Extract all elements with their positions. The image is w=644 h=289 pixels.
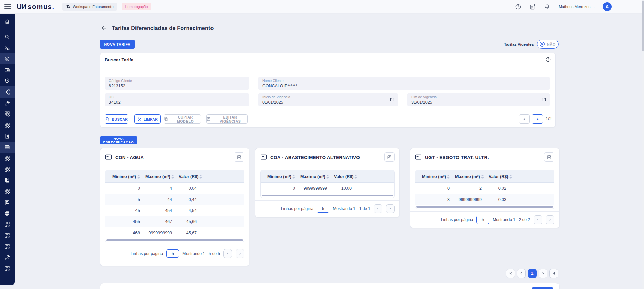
table-prev-page-button[interactable]: [223, 249, 232, 258]
sidebar-item-grid-1[interactable]: [0, 109, 15, 120]
horizontal-scrollbar[interactable]: [262, 195, 393, 196]
column-header-minimo[interactable]: Mínimo (m³): [267, 174, 300, 179]
edit-spec-button[interactable]: [234, 152, 244, 162]
column-header-minimo[interactable]: Mínimo (m³): [422, 174, 455, 179]
edit-spec-button[interactable]: [384, 152, 395, 162]
table-next-page-button[interactable]: [386, 204, 395, 213]
chevron-left-icon: [377, 207, 379, 210]
sidebar-item-billing[interactable]: [0, 53, 15, 64]
sidebar-item-wallet[interactable]: [0, 64, 15, 76]
sidebar-item-hierarchy[interactable]: [0, 86, 15, 98]
hamburger-menu-icon[interactable]: [4, 4, 11, 9]
sidebar-item-chat[interactable]: [0, 197, 15, 208]
calendar-icon[interactable]: [541, 97, 546, 102]
grid-icon: [4, 111, 10, 117]
nova-tarifa-button[interactable]: NOVA TARIFA: [100, 40, 135, 49]
info-icon[interactable]: [545, 57, 551, 62]
field-value: 31/01/2025: [411, 100, 546, 105]
column-header-minimo[interactable]: Mínimo (m³): [112, 174, 145, 179]
sidebar-item-gavel[interactable]: [0, 98, 15, 109]
help-icon[interactable]: [515, 4, 521, 10]
sidebar-item-invoice[interactable]: [0, 131, 15, 142]
sidebar-item-printer[interactable]: [0, 208, 15, 219]
somus-logo: UИ somus .: [17, 2, 54, 11]
last-page-icon: [552, 271, 556, 275]
table-next-page-button[interactable]: [546, 215, 554, 224]
sidebar-item-tariff-card[interactable]: [0, 142, 15, 153]
next-page-button[interactable]: [539, 269, 547, 278]
edit-spec-button[interactable]: [544, 152, 554, 162]
first-page-button[interactable]: [506, 269, 515, 278]
nova-especificacao-button[interactable]: NOVA ESPECIFICAÇÃO: [100, 136, 137, 144]
chevron-left-icon: [226, 252, 229, 255]
prev-page-button[interactable]: [517, 269, 526, 278]
table-footer: Linhas por página Mostrando 1 - 5 de 5: [100, 245, 249, 261]
editar-vigencias-button[interactable]: EDITAR VIGÊNCIAS: [206, 114, 248, 124]
sidebar-item-home[interactable]: [0, 16, 15, 27]
book-icon: [4, 177, 10, 183]
column-header-maximo[interactable]: Máximo (m³): [300, 174, 334, 179]
column-header-maximo[interactable]: Máximo (m³): [455, 174, 489, 179]
sidebar-item-grid-7[interactable]: [0, 230, 15, 241]
sidebar-item-search[interactable]: [0, 31, 15, 43]
inicio-vigencia-field[interactable]: Início de Vigência 01/01/2025: [258, 93, 398, 106]
avatar[interactable]: [603, 2, 612, 11]
current-page-button[interactable]: 1: [528, 269, 537, 278]
column-header-valor[interactable]: Valor (R$): [489, 174, 554, 179]
field-label: UC: [109, 95, 245, 99]
tarifas-vigentes-toggle[interactable]: NÃO: [537, 40, 559, 49]
showing-label: Mostrando 1 - 2 de 2: [493, 217, 530, 222]
rows-per-page-input[interactable]: [317, 205, 329, 213]
partial-primary-button[interactable]: [532, 287, 553, 289]
sidebar-item-grid-8[interactable]: [0, 241, 15, 252]
note-add-icon[interactable]: [529, 4, 536, 10]
edit-icon: [387, 155, 392, 160]
table-prev-page-button[interactable]: [374, 204, 382, 213]
horizontal-scrollbar[interactable]: [106, 239, 243, 241]
column-header-maximo[interactable]: Máximo (m³): [145, 174, 179, 179]
table-next-page-button[interactable]: [236, 249, 244, 258]
last-page-button[interactable]: [549, 269, 558, 278]
sidebar-item-book[interactable]: [0, 175, 15, 186]
user-name[interactable]: Matheus Menezes ...: [559, 5, 595, 9]
codigo-cliente-field[interactable]: Código Cliente 6213152: [105, 77, 249, 90]
calendar-icon[interactable]: [390, 97, 395, 102]
rows-per-page-input[interactable]: [476, 216, 489, 224]
horizontal-scrollbar[interactable]: [416, 206, 553, 208]
home-icon: [4, 19, 10, 24]
uc-field[interactable]: UC 34102: [105, 93, 249, 106]
buscar-button[interactable]: BUSCAR: [105, 114, 128, 124]
field-label: Fim de Vigência: [411, 95, 546, 99]
sidebar-item-grid-9[interactable]: [0, 263, 15, 274]
back-arrow-icon[interactable]: [101, 25, 107, 31]
spec-card-con-agua: CON - AGUA Mínimo (m³) Máximo (m³) Valor…: [100, 148, 249, 266]
gavel-icon: [4, 100, 10, 106]
fim-vigencia-field[interactable]: Fim de Vigência 31/01/2025: [407, 93, 550, 106]
limpar-button[interactable]: LIMPAR: [134, 114, 161, 124]
notifications-bell-icon[interactable]: [544, 4, 550, 10]
edit-icon: [237, 155, 242, 160]
rows-per-page-label: Linhas por página: [281, 206, 313, 211]
vertical-scrollbar-thumb[interactable]: [642, 1, 644, 51]
sidebar-item-grid-2[interactable]: [0, 120, 15, 131]
rows-per-page-input[interactable]: [166, 249, 179, 258]
copiar-modelo-button[interactable]: COPIAR MODELO: [164, 114, 201, 124]
workspace-chip[interactable]: Workspace Faturamento: [62, 3, 117, 11]
grid-icon: [4, 244, 10, 249]
search-pagination-next-button[interactable]: [532, 114, 543, 124]
sidebar-item-grid-3[interactable]: [0, 153, 15, 164]
search-pagination-prev-button[interactable]: [519, 114, 530, 124]
workspace-chip-label: Workspace Faturamento: [73, 5, 113, 9]
table-prev-page-button[interactable]: [534, 215, 542, 224]
sidebar-item-person-home[interactable]: [0, 42, 15, 53]
nome-cliente-field[interactable]: Nome Cliente GONCALO P******: [258, 77, 550, 90]
column-header-valor[interactable]: Valor (R$): [334, 174, 394, 179]
sort-icon: [292, 175, 295, 179]
sidebar-item-tools[interactable]: [0, 252, 15, 263]
sidebar-item-grid-5[interactable]: [0, 186, 15, 197]
column-header-valor[interactable]: Valor (R$): [179, 174, 244, 179]
sidebar-item-grid-4[interactable]: [0, 164, 15, 175]
sidebar-item-shield[interactable]: [0, 75, 15, 86]
vertical-scrollbar: [642, 0, 644, 289]
sidebar-item-grid-6[interactable]: [0, 219, 15, 230]
